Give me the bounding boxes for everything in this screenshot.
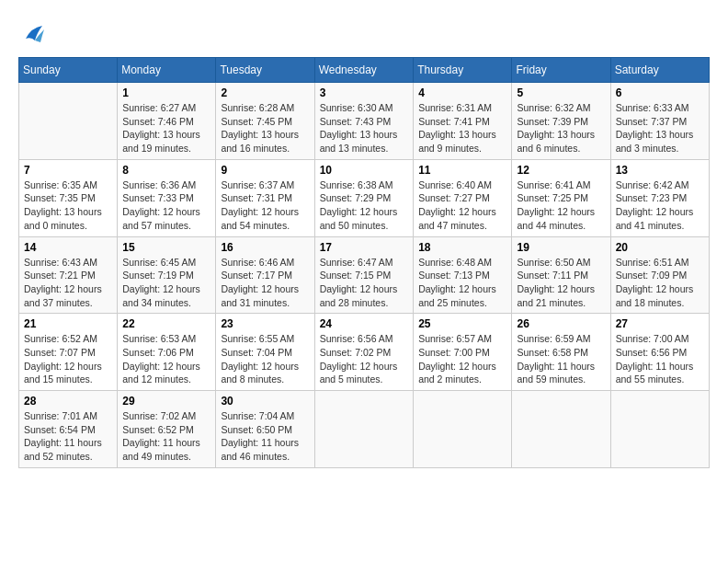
day-number: 26: [517, 317, 605, 330]
column-header-thursday: Thursday: [414, 58, 512, 83]
calendar-cell: 18Sunrise: 6:48 AM Sunset: 7:13 PM Dayli…: [414, 236, 512, 314]
calendar-cell: 4Sunrise: 6:31 AM Sunset: 7:41 PM Daylig…: [414, 83, 512, 160]
day-number: 9: [221, 164, 309, 177]
calendar-cell: 3Sunrise: 6:30 AM Sunset: 7:43 PM Daylig…: [314, 83, 413, 160]
calendar-cell: 25Sunrise: 6:57 AM Sunset: 7:00 PM Dayli…: [414, 314, 512, 391]
day-info: Sunrise: 6:28 AM Sunset: 7:45 PM Dayligh…: [221, 101, 309, 155]
calendar-cell: 10Sunrise: 6:38 AM Sunset: 7:29 PM Dayli…: [314, 159, 413, 236]
day-info: Sunrise: 6:50 AM Sunset: 7:11 PM Dayligh…: [517, 256, 605, 310]
day-number: 30: [221, 395, 309, 408]
day-number: 5: [517, 86, 605, 99]
day-info: Sunrise: 6:51 AM Sunset: 7:09 PM Dayligh…: [616, 256, 704, 310]
day-info: Sunrise: 6:48 AM Sunset: 7:13 PM Dayligh…: [418, 256, 506, 310]
day-number: 22: [122, 317, 210, 330]
day-number: 13: [616, 164, 704, 177]
day-info: Sunrise: 6:46 AM Sunset: 7:17 PM Dayligh…: [221, 256, 309, 310]
calendar-cell: 7Sunrise: 6:35 AM Sunset: 7:35 PM Daylig…: [19, 159, 118, 236]
day-info: Sunrise: 6:35 AM Sunset: 7:35 PM Dayligh…: [24, 178, 112, 233]
day-number: 8: [122, 164, 210, 177]
calendar-cell: 5Sunrise: 6:32 AM Sunset: 7:39 PM Daylig…: [512, 83, 610, 160]
day-number: 3: [320, 86, 408, 99]
day-number: 11: [418, 164, 506, 177]
day-number: 6: [616, 86, 704, 99]
calendar-cell: [414, 391, 512, 468]
day-info: Sunrise: 6:53 AM Sunset: 7:06 PM Dayligh…: [122, 332, 210, 386]
calendar-cell: 28Sunrise: 7:01 AM Sunset: 6:54 PM Dayli…: [19, 391, 118, 468]
day-info: Sunrise: 6:31 AM Sunset: 7:41 PM Dayligh…: [418, 101, 506, 155]
day-info: Sunrise: 7:02 AM Sunset: 6:52 PM Dayligh…: [122, 409, 210, 464]
day-info: Sunrise: 6:37 AM Sunset: 7:31 PM Dayligh…: [221, 178, 309, 233]
day-info: Sunrise: 6:56 AM Sunset: 7:02 PM Dayligh…: [320, 332, 408, 386]
day-info: Sunrise: 6:32 AM Sunset: 7:39 PM Dayligh…: [517, 101, 605, 155]
column-header-monday: Monday: [118, 58, 216, 83]
day-number: 7: [24, 164, 112, 177]
calendar-week-4: 21Sunrise: 6:52 AM Sunset: 7:07 PM Dayli…: [19, 314, 710, 391]
day-number: 20: [616, 241, 704, 254]
calendar-week-3: 14Sunrise: 6:43 AM Sunset: 7:21 PM Dayli…: [19, 236, 710, 314]
day-info: Sunrise: 6:55 AM Sunset: 7:04 PM Dayligh…: [221, 332, 309, 386]
column-header-sunday: Sunday: [19, 58, 118, 83]
calendar-cell: 13Sunrise: 6:42 AM Sunset: 7:23 PM Dayli…: [610, 159, 709, 236]
column-header-saturday: Saturday: [610, 58, 709, 83]
calendar-cell: [610, 391, 709, 468]
calendar-cell: 2Sunrise: 6:28 AM Sunset: 7:45 PM Daylig…: [216, 83, 314, 160]
calendar-cell: 16Sunrise: 6:46 AM Sunset: 7:17 PM Dayli…: [216, 236, 314, 314]
calendar-cell: 12Sunrise: 6:41 AM Sunset: 7:25 PM Dayli…: [512, 159, 610, 236]
page-header: [18, 18, 710, 48]
calendar-cell: 11Sunrise: 6:40 AM Sunset: 7:27 PM Dayli…: [414, 159, 512, 236]
calendar-cell: 21Sunrise: 6:52 AM Sunset: 7:07 PM Dayli…: [19, 314, 118, 391]
logo-icon: [18, 18, 48, 48]
calendar-cell: 22Sunrise: 6:53 AM Sunset: 7:06 PM Dayli…: [118, 314, 216, 391]
day-info: Sunrise: 6:59 AM Sunset: 6:58 PM Dayligh…: [517, 332, 605, 386]
day-number: 4: [418, 86, 506, 99]
calendar-cell: 17Sunrise: 6:47 AM Sunset: 7:15 PM Dayli…: [314, 236, 413, 314]
calendar-table: SundayMondayTuesdayWednesdayThursdayFrid…: [18, 57, 710, 468]
day-info: Sunrise: 6:40 AM Sunset: 7:27 PM Dayligh…: [418, 178, 506, 233]
day-number: 10: [320, 164, 408, 177]
logo: [18, 18, 51, 48]
day-info: Sunrise: 7:04 AM Sunset: 6:50 PM Dayligh…: [221, 409, 309, 464]
calendar-cell: 26Sunrise: 6:59 AM Sunset: 6:58 PM Dayli…: [512, 314, 610, 391]
day-info: Sunrise: 6:52 AM Sunset: 7:07 PM Dayligh…: [24, 332, 112, 386]
column-header-tuesday: Tuesday: [216, 58, 314, 83]
calendar-cell: [512, 391, 610, 468]
calendar-cell: 1Sunrise: 6:27 AM Sunset: 7:46 PM Daylig…: [118, 83, 216, 160]
calendar-cell: 9Sunrise: 6:37 AM Sunset: 7:31 PM Daylig…: [216, 159, 314, 236]
calendar-cell: 24Sunrise: 6:56 AM Sunset: 7:02 PM Dayli…: [314, 314, 413, 391]
calendar-week-1: 1Sunrise: 6:27 AM Sunset: 7:46 PM Daylig…: [19, 83, 710, 160]
day-info: Sunrise: 6:38 AM Sunset: 7:29 PM Dayligh…: [320, 178, 408, 233]
calendar-cell: 14Sunrise: 6:43 AM Sunset: 7:21 PM Dayli…: [19, 236, 118, 314]
day-info: Sunrise: 6:43 AM Sunset: 7:21 PM Dayligh…: [24, 256, 112, 310]
calendar-cell: 15Sunrise: 6:45 AM Sunset: 7:19 PM Dayli…: [118, 236, 216, 314]
calendar-cell: 30Sunrise: 7:04 AM Sunset: 6:50 PM Dayli…: [216, 391, 314, 468]
day-number: 12: [517, 164, 605, 177]
calendar-cell: [314, 391, 413, 468]
calendar-cell: [19, 83, 118, 160]
calendar-cell: 27Sunrise: 7:00 AM Sunset: 6:56 PM Dayli…: [610, 314, 709, 391]
day-info: Sunrise: 6:33 AM Sunset: 7:37 PM Dayligh…: [616, 101, 704, 155]
calendar-cell: 8Sunrise: 6:36 AM Sunset: 7:33 PM Daylig…: [118, 159, 216, 236]
day-info: Sunrise: 6:57 AM Sunset: 7:00 PM Dayligh…: [418, 332, 506, 386]
calendar-cell: 19Sunrise: 6:50 AM Sunset: 7:11 PM Dayli…: [512, 236, 610, 314]
day-info: Sunrise: 6:36 AM Sunset: 7:33 PM Dayligh…: [122, 178, 210, 233]
calendar-week-2: 7Sunrise: 6:35 AM Sunset: 7:35 PM Daylig…: [19, 159, 710, 236]
day-info: Sunrise: 6:42 AM Sunset: 7:23 PM Dayligh…: [616, 178, 704, 233]
day-number: 1: [122, 86, 210, 99]
day-info: Sunrise: 7:01 AM Sunset: 6:54 PM Dayligh…: [24, 409, 112, 464]
day-info: Sunrise: 6:47 AM Sunset: 7:15 PM Dayligh…: [320, 256, 408, 310]
day-number: 18: [418, 241, 506, 254]
column-header-wednesday: Wednesday: [314, 58, 413, 83]
day-number: 21: [24, 317, 112, 330]
day-number: 2: [221, 86, 309, 99]
calendar-cell: 6Sunrise: 6:33 AM Sunset: 7:37 PM Daylig…: [610, 83, 709, 160]
day-info: Sunrise: 6:27 AM Sunset: 7:46 PM Dayligh…: [122, 101, 210, 155]
day-number: 28: [24, 395, 112, 408]
day-number: 27: [616, 317, 704, 330]
day-info: Sunrise: 6:41 AM Sunset: 7:25 PM Dayligh…: [517, 178, 605, 233]
day-number: 24: [320, 317, 408, 330]
day-info: Sunrise: 7:00 AM Sunset: 6:56 PM Dayligh…: [616, 332, 704, 386]
day-number: 19: [517, 241, 605, 254]
calendar-cell: 29Sunrise: 7:02 AM Sunset: 6:52 PM Dayli…: [118, 391, 216, 468]
day-number: 23: [221, 317, 309, 330]
column-header-friday: Friday: [512, 58, 610, 83]
